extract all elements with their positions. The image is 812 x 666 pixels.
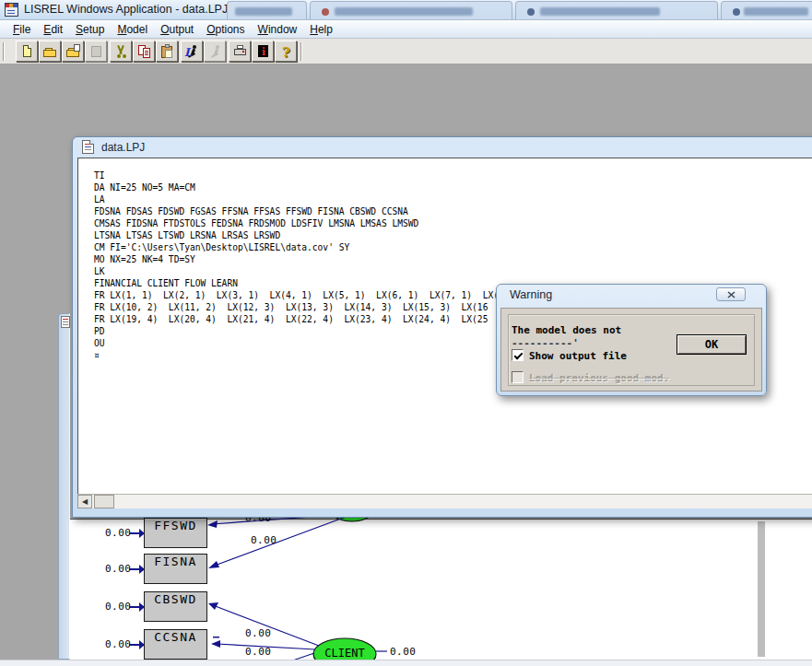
toolbar-button[interactable]	[252, 41, 274, 62]
loading-value-label: 0.00	[245, 627, 272, 639]
toolbar-button[interactable]	[204, 41, 226, 62]
editor-window-title: data.LPJ	[101, 141, 145, 154]
tab-text-smudge	[335, 7, 473, 16]
menu-item[interactable]: Model	[117, 23, 147, 36]
load-previous-checkbox	[512, 371, 524, 383]
syntax-line: MO NX=25 NK=4 TD=SY	[94, 253, 812, 265]
error-value-label: 0.00	[105, 601, 132, 613]
latent-ellipse-label[interactable]: CLIENT	[319, 647, 371, 660]
warning-dialog-body: The model does not ----------' OK Show o…	[500, 308, 762, 391]
show-output-file-checkbox[interactable]	[512, 349, 524, 361]
syntax-line: CM FI='C:\Users\Tyan\Desktop\LISREL\data…	[94, 241, 812, 253]
background-browser-tab[interactable]	[227, 1, 307, 19]
error-arrow-line	[129, 606, 139, 608]
toolbar-icon	[113, 44, 129, 59]
app-title: LISREL Windows Application - data.LPJ	[24, 3, 228, 16]
toolbar-button[interactable]	[85, 41, 107, 62]
syntax-line: DA NI=25 NO=5 MA=CM	[94, 181, 812, 193]
menu-item[interactable]: Setup	[76, 23, 104, 36]
error-value-label: 0.00	[105, 527, 132, 539]
error-arrow-line	[129, 568, 139, 570]
bottom-strip	[0, 660, 812, 666]
background-browser-tab[interactable]	[721, 1, 812, 19]
toolbar-button[interactable]	[110, 41, 132, 62]
menu-item[interactable]: File	[13, 23, 30, 36]
editor-window-titlebar[interactable]: data.LPJ	[73, 137, 812, 158]
show-output-file-label: Show output file	[529, 350, 627, 362]
error-value-label: 0.00	[105, 638, 132, 650]
indicator-row: 0.00 CCSNA	[101, 629, 207, 660]
menu-item[interactable]: Help	[310, 23, 333, 36]
error-arrow-line	[129, 532, 139, 534]
indicator-box[interactable]: CCSNA	[144, 629, 207, 660]
toolbar-icon	[207, 44, 223, 59]
toolbar-icon	[184, 44, 200, 59]
tab-favicon	[527, 8, 535, 16]
menu-item[interactable]: Edit	[43, 23, 63, 36]
tab-favicon	[322, 8, 329, 16]
menu-item[interactable]: Output	[160, 23, 194, 36]
background-browser-tab[interactable]	[310, 1, 512, 19]
background-browser-tabbar	[227, 0, 812, 19]
warning-message-line2: ----------'	[512, 337, 579, 349]
syntax-line: TI	[94, 169, 812, 181]
toolbar-button[interactable]	[39, 41, 61, 62]
toolbar-button[interactable]	[16, 41, 38, 62]
indicator-box[interactable]: FFSWD	[144, 518, 207, 548]
toolbar-icon	[232, 44, 248, 59]
tab-text-smudge	[235, 7, 292, 16]
toolbar-icon	[19, 44, 35, 59]
toolbar-button[interactable]	[156, 41, 178, 62]
toolbar-groove	[3, 42, 5, 61]
toolbar	[0, 39, 812, 64]
toolbar-icon	[136, 44, 152, 59]
indicator-row: 0.00 FISNA	[101, 554, 207, 584]
indicator-box[interactable]: CBSWD	[144, 591, 207, 622]
indicator-row: 0.00 FFSWD	[101, 518, 207, 548]
menu-item[interactable]: Window	[258, 23, 298, 36]
error-value-label: 0.00	[105, 563, 132, 575]
warning-message: The model does not	[512, 324, 621, 336]
path-diagram-doc-icon	[61, 316, 70, 328]
warning-dialog-title: Warning	[510, 288, 552, 301]
toolbar-icon	[88, 44, 104, 59]
indicator-row: 0.00 CBSWD	[101, 591, 207, 622]
toolbar-button[interactable]	[62, 41, 84, 62]
toolbar-icon	[42, 44, 58, 59]
menubar: FileEditSetupModelOutputOptionsWindowHel…	[0, 20, 812, 39]
loading-value-label: 0.00	[251, 534, 277, 546]
lpj-document-icon	[82, 140, 94, 154]
scroll-left-arrow-icon[interactable]: ◀	[77, 495, 92, 508]
syntax-line: LK	[94, 265, 812, 277]
syntax-line: FDSNA FDSAS FDSWD FGSAS FFSNA FFSAS FFSW…	[94, 205, 812, 217]
toolbar-button[interactable]	[133, 41, 155, 62]
toolbar-button[interactable]	[229, 41, 251, 62]
tab-text-smudge	[540, 7, 660, 16]
toolbar-icon	[65, 44, 81, 59]
syntax-line: LA	[94, 193, 812, 205]
tab-favicon	[733, 8, 740, 16]
toolbar-icon	[278, 44, 294, 59]
toolbar-groove	[300, 42, 302, 61]
diagram-vertical-scrollbar[interactable]	[758, 521, 765, 657]
load-previous-label: Load previous good mod.	[529, 372, 669, 384]
close-icon[interactable]	[716, 287, 746, 301]
editor-horizontal-scrollbar[interactable]: ◀	[77, 494, 812, 508]
syntax-line: LTSNA LTSAS LTSWD LRSNA LRSAS LRSWD	[94, 229, 812, 241]
error-arrow-line	[129, 644, 139, 646]
background-browser-tab[interactable]	[515, 1, 718, 19]
app-titlebar[interactable]: LISREL Windows Application - data.LPJ	[0, 0, 812, 20]
toolbar-button[interactable]	[275, 41, 297, 62]
path-diagram-window-frame	[58, 313, 70, 660]
latent-right-value-label: 0.00	[390, 646, 417, 658]
menu-item[interactable]: Options	[206, 23, 244, 36]
toolbar-button[interactable]	[181, 41, 203, 62]
scrollbar-thumb[interactable]	[94, 495, 114, 508]
syntax-line: CMSAS FIDSNA FTDSTOLS FEDSNA FRDSMOD LDS…	[94, 217, 812, 229]
tab-text-smudge	[744, 7, 808, 16]
indicator-box[interactable]: FISNA	[144, 554, 207, 584]
ok-button[interactable]: OK	[677, 334, 747, 355]
toolbar-icon	[159, 44, 175, 59]
warning-dialog: Warning The model does not ----------' O…	[496, 284, 767, 396]
screen: 0.00 FFSWD 0.00 FISNA 0.00 CBSWD	[0, 0, 812, 666]
